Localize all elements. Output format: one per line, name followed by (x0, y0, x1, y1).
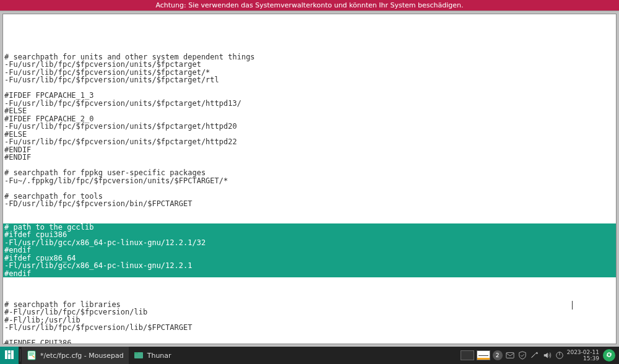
text-editor-icon (27, 350, 37, 360)
editor-content[interactable]: # searchpath for units and other system … (3, 30, 616, 344)
workspace-1-preview[interactable] (461, 350, 474, 360)
taskbar-item-label: Thunar (147, 352, 171, 360)
taskbar-item-thunar[interactable]: Thunar (129, 347, 176, 364)
refresh-icon (605, 351, 613, 360)
code-selection: # path to the gcclib #ifdef cpui386 -Fl/… (3, 223, 616, 278)
svg-rect-6 (134, 352, 138, 354)
clock-time: 15:39 (567, 355, 599, 362)
system-tray: 2 2023-02-11 15:39 (457, 349, 619, 362)
taskbar-item-label: */etc/fpc.cfg - Mousepad (40, 352, 124, 360)
manjaro-logo-icon (4, 350, 14, 362)
taskbar-item-mousepad[interactable]: */etc/fpc.cfg - Mousepad (22, 347, 129, 364)
workspace-switcher[interactable] (461, 350, 490, 360)
svg-point-8 (536, 352, 538, 354)
text-editor[interactable]: # searchpath for units and other system … (2, 14, 617, 344)
svg-rect-0 (5, 350, 7, 359)
network-icon[interactable] (530, 350, 540, 360)
workspace-2-preview[interactable] (477, 350, 490, 360)
power-icon[interactable] (555, 350, 565, 360)
messages-icon[interactable] (505, 350, 515, 360)
editor-window: # searchpath for units and other system … (0, 11, 619, 347)
workspace-indicator[interactable]: 2 (493, 350, 503, 360)
svg-rect-1 (8, 350, 11, 353)
volume-icon[interactable] (542, 350, 552, 360)
file-manager-icon (134, 350, 144, 360)
separator (20, 349, 20, 362)
update-indicator[interactable] (603, 349, 615, 362)
clock[interactable]: 2023-02-11 15:39 (567, 349, 600, 362)
text-caret (572, 301, 573, 310)
taskbar: */etc/fpc.cfg - Mousepad Thunar 2 20 (0, 347, 619, 364)
code-before-selection: # searchpath for units and other system … (3, 45, 616, 208)
svg-rect-2 (8, 354, 11, 359)
svg-rect-3 (11, 350, 14, 359)
root-warning-bar: Achtung: Sie verwenden das Systemverwalt… (0, 0, 619, 11)
svg-rect-7 (506, 353, 514, 358)
clock-date: 2023-02-11 (567, 349, 599, 355)
shield-icon[interactable] (517, 350, 527, 360)
start-menu-button[interactable] (0, 347, 19, 364)
code-after-selection: # searchpath for libraries #-Fl/usr/lib/… (3, 293, 616, 344)
